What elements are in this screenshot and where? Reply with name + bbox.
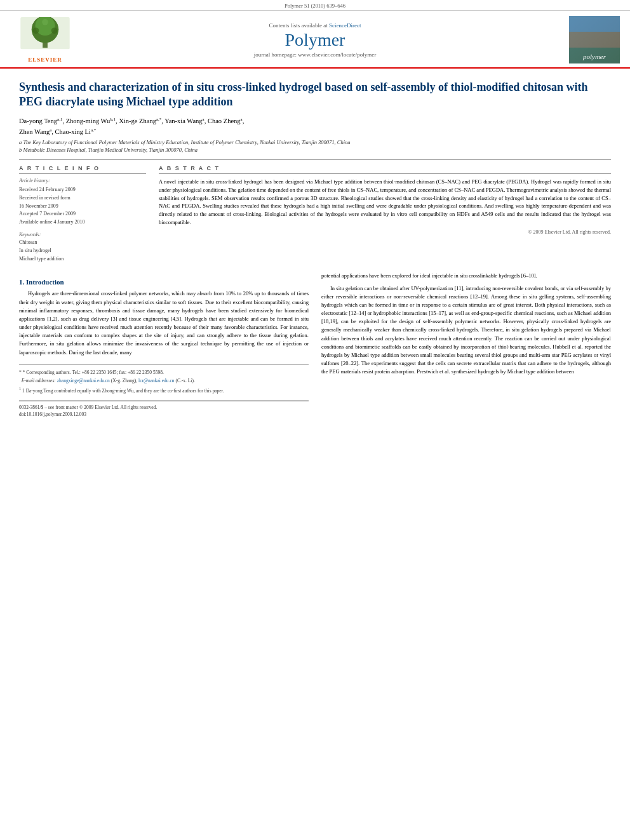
elsevier-logo: ELSEVIER: [10, 17, 80, 63]
affiliations: a The Key Laboratory of Functional Polym…: [19, 139, 611, 154]
svg-rect-9: [569, 32, 620, 48]
footer-area: 0032-3861/$ – see front matter © 2009 El…: [19, 401, 309, 418]
accepted-date: Accepted 7 December 2009: [19, 210, 146, 218]
elsevier-logo-area: ELSEVIER: [10, 17, 80, 63]
paper-title: Synthesis and characterization of in sit…: [19, 80, 611, 110]
svg-point-6: [42, 18, 48, 25]
author-zhenwang: Zhen Wanga, Chao-xing Lia,*: [19, 128, 96, 135]
history-label: Article history:: [19, 178, 146, 183]
polymer-cover-image: polymer: [569, 16, 620, 63]
footnotes-area: * * Corresponding authors. Tel.: +86 22 …: [19, 364, 309, 394]
authors-line: Da-yong Tenga,1, Zhong-ming Wub,1, Xin-g…: [19, 116, 611, 137]
svg-rect-8: [569, 16, 620, 32]
received-revised-label: Received in revised form: [19, 194, 146, 203]
footnote-corresponding-text: * Corresponding authors. Tel.: +86 22 23…: [23, 370, 164, 375]
available-date: Available online 4 January 2010: [19, 218, 146, 227]
svg-point-5: [51, 27, 58, 34]
divider: [19, 159, 611, 160]
keywords-label: Keywords:: [19, 232, 146, 237]
affiliation-b: b Metabolic Diseases Hospital, Tianjin M…: [19, 147, 611, 154]
top-bar: Polymer 51 (2010) 639–646: [0, 0, 630, 11]
article-info-heading: A R T I C L E I N F O: [19, 165, 146, 174]
journal-name-header: Polymer: [80, 30, 550, 50]
svg-point-4: [33, 27, 39, 34]
body-content: 1. Introduction Hydrogels are three-dime…: [19, 272, 611, 418]
email-zhang-label: (X-g. Zhang),: [111, 378, 138, 383]
intro-para-right1-text: potential applications have been explore…: [321, 272, 537, 279]
email-li-label: (C.-x. Li).: [175, 378, 194, 383]
main-content: Synthesis and characterization of in sit…: [0, 69, 630, 426]
abstract-col: A B S T R A C T A novel injectable in si…: [159, 165, 611, 263]
intro-para-right2-text: In situ gelation can be obtained after U…: [321, 285, 611, 375]
affiliation-a: a The Key Laboratory of Functional Polym…: [19, 139, 611, 147]
article-info-col: A R T I C L E I N F O Article history: R…: [19, 165, 146, 263]
copyright-line: © 2009 Elsevier Ltd. All rights reserved…: [159, 229, 611, 235]
journal-logo-area: polymer: [550, 16, 620, 63]
intro-para1: Hydrogels are three-dimensional cross-li…: [19, 290, 309, 356]
received-date: Received 24 February 2009: [19, 186, 146, 194]
footnote-contrib: 1 1 Da-yong Teng contributed equally wit…: [19, 385, 309, 394]
footer-issn: 0032-3861/$ – see front matter © 2009 El…: [19, 404, 309, 411]
polymer-logo-box: polymer: [569, 16, 620, 63]
keyword-3: Michael type addition: [19, 255, 146, 263]
email-zhang[interactable]: zhangxinge@nankai.edu.cn: [57, 378, 110, 383]
journal-citation: Polymer 51 (2010) 639–646: [285, 3, 345, 9]
page-wrapper: Polymer 51 (2010) 639–646 ELSEVIER: [0, 0, 630, 426]
footnote-corresponding: * * Corresponding authors. Tel.: +86 22 …: [19, 369, 309, 376]
footer-doi: doi:10.1016/j.polymer.2009.12.003: [19, 411, 309, 418]
sciencedirect-link[interactable]: ScienceDirect: [329, 22, 361, 29]
email-li[interactable]: lcr@nankai.edu.cn: [138, 378, 174, 383]
body-left-col: 1. Introduction Hydrogels are three-dime…: [19, 272, 309, 418]
email-label: E-mail addresses:: [22, 378, 57, 383]
intro-para-right2: In situ gelation can be obtained after U…: [321, 284, 611, 377]
body-right-col: potential applications have been explore…: [321, 272, 611, 418]
intro-para-right1: potential applications have been explore…: [321, 272, 611, 280]
introduction-heading: 1. Introduction: [19, 278, 309, 286]
sciencedirect-prefix: Contents lists available at: [269, 22, 329, 29]
elsevier-tree-icon: [17, 17, 74, 55]
article-info-abstract-section: A R T I C L E I N F O Article history: R…: [19, 165, 611, 263]
abstract-text: A novel injectable in situ cross-linked …: [159, 178, 611, 227]
keyword-1: Chitosan: [19, 239, 146, 247]
journal-header: ELSEVIER Contents lists available at Sci…: [0, 11, 630, 69]
received-revised-date: 16 November 2009: [19, 203, 146, 211]
journal-homepage: journal homepage: www.elsevier.com/locat…: [80, 51, 550, 58]
footnote-contrib-text: 1 Da-yong Teng contributed equally with …: [22, 388, 224, 394]
abstract-heading: A B S T R A C T: [159, 165, 611, 174]
journal-header-center: Contents lists available at ScienceDirec…: [80, 22, 550, 58]
keyword-2: In situ hydrogel: [19, 247, 146, 255]
svg-text:polymer: polymer: [582, 53, 607, 60]
author-dayong: Da-yong Tenga,1, Zhong-ming Wub,1, Xin-g…: [19, 117, 244, 124]
sciencedirect-line: Contents lists available at ScienceDirec…: [80, 22, 550, 29]
footnote-email: E-mail addresses: zhangxinge@nankai.edu.…: [19, 377, 309, 384]
elsevier-text: ELSEVIER: [28, 57, 62, 63]
intro-para1-text: Hydrogels are three-dimensional cross-li…: [19, 290, 309, 355]
